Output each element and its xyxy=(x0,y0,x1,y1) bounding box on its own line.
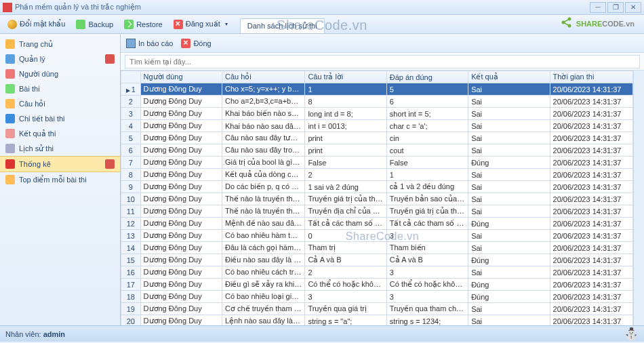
grid-cell[interactable]: Giá trị của bool là gì? bool is_in... xyxy=(222,157,304,169)
table-row[interactable]: 18Dương Đông DuyCó bao nhiêu loại giá tr… xyxy=(121,291,633,303)
grid-cell[interactable]: 20/06/2023 14:31:37 xyxy=(550,83,632,96)
grid-cell[interactable]: 20/06/2023 14:31:37 xyxy=(550,279,632,291)
grid-cell[interactable]: string s = "a"; xyxy=(305,315,386,326)
grid-cell[interactable]: Dương Đông Duy xyxy=(140,181,222,193)
window-close-button[interactable]: ✕ xyxy=(625,2,641,13)
grid-cell[interactable]: 8 xyxy=(305,96,386,108)
row-number-cell[interactable]: 10 xyxy=(121,193,141,205)
grid-cell[interactable]: Có thể có hoặc không trả lại b... xyxy=(305,279,386,291)
grid-cell[interactable]: Có bao nhiêu loại giá trị trả về... xyxy=(222,291,304,303)
grid-cell[interactable]: Dương Đông Duy xyxy=(140,83,222,96)
table-row[interactable]: 9Dương Đông DuyDo các biến p, q có kiểu … xyxy=(121,181,633,193)
grid-cell[interactable]: short int = 5; xyxy=(386,108,468,120)
grid-cell[interactable]: Sai xyxy=(468,303,550,315)
change-password-button[interactable]: Đổi mật khẩu xyxy=(3,18,70,31)
data-grid[interactable]: Người dùng Câu hỏi Câu trả lời Đáp án đú… xyxy=(121,70,633,325)
grid-cell[interactable]: Dương Đông Duy xyxy=(140,132,222,144)
grid-cell[interactable]: 0 xyxy=(305,230,386,242)
grid-cell[interactable]: Dương Đông Duy xyxy=(140,108,222,120)
grid-cell[interactable]: Tham biến xyxy=(386,242,468,254)
close-tab-button[interactable]: Đóng xyxy=(181,39,211,48)
grid-cell[interactable]: long int d = 8; xyxy=(305,108,386,120)
grid-cell[interactable]: Cho x=5; y=x++; y bằng bao nh... xyxy=(222,83,304,96)
grid-cell[interactable]: Sai xyxy=(468,205,550,218)
grid-cell[interactable]: 3 xyxy=(386,266,468,279)
grid-header-user[interactable]: Người dùng xyxy=(140,71,222,83)
grid-cell[interactable]: 3 xyxy=(305,291,386,303)
table-row[interactable]: 14Dương Đông DuyĐâu là cách gọi hàm hiệu… xyxy=(121,242,633,254)
row-number-cell[interactable]: 8 xyxy=(121,169,141,181)
table-row[interactable]: 13Dương Đông DuyCó bao nhiêu hàm tồi thi… xyxy=(121,230,633,242)
grid-header-result[interactable]: Kết quả xyxy=(468,71,550,83)
backup-button[interactable]: Backup xyxy=(71,18,118,31)
grid-cell[interactable]: Sai xyxy=(468,181,550,193)
print-report-button[interactable]: In báo cáo xyxy=(126,39,173,48)
row-number-cell[interactable]: 12 xyxy=(121,218,141,230)
row-number-cell[interactable]: 1 xyxy=(121,83,141,96)
grid-cell[interactable]: Sai xyxy=(468,120,550,132)
window-maximize-button[interactable]: ❐ xyxy=(607,2,624,13)
grid-cell[interactable]: Sai xyxy=(468,169,550,181)
grid-cell[interactable]: Tất cả các tham số của một h... xyxy=(386,218,468,230)
grid-cell[interactable]: 20/06/2023 14:31:37 xyxy=(550,157,632,169)
grid-cell[interactable]: Điều gì sẽ xảy ra khi chúng ta... xyxy=(222,279,304,291)
table-row[interactable]: 20Dương Đông DuyLệnh nào sau đây là SAI?… xyxy=(121,315,633,326)
grid-cell[interactable]: Sai xyxy=(468,144,550,157)
grid-cell[interactable]: Dương Đông Duy xyxy=(140,169,222,181)
grid-cell[interactable]: Đúng xyxy=(468,279,550,291)
grid-cell[interactable]: Khai báo biến nào sau đây là... xyxy=(222,108,304,120)
grid-cell[interactable]: Câu nào sau đây tương đương... xyxy=(222,132,304,144)
grid-cell[interactable]: 20/06/2023 14:31:37 xyxy=(550,193,632,205)
sidebar-item-top-scores[interactable]: Top điểm mỗi bài thi xyxy=(0,172,120,187)
grid-cell[interactable]: print xyxy=(305,144,386,157)
grid-cell[interactable]: Đúng xyxy=(468,218,550,230)
grid-cell[interactable]: print xyxy=(305,132,386,144)
row-number-cell[interactable]: 17 xyxy=(121,279,141,291)
row-number-cell[interactable]: 20 xyxy=(121,315,141,326)
grid-cell[interactable]: Thế nào là truyền tham trị? Ch... xyxy=(222,193,304,205)
grid-header-rownum[interactable] xyxy=(121,71,141,83)
grid-cell[interactable]: 20/06/2023 14:31:37 xyxy=(550,315,632,326)
grid-cell[interactable]: Sai xyxy=(468,96,550,108)
grid-cell[interactable]: 20/06/2023 14:31:37 xyxy=(550,242,632,254)
sidebar-item-users[interactable]: Người dùng xyxy=(0,66,120,81)
grid-cell[interactable]: Mệnh đề nào sau đây đúng? xyxy=(222,218,304,230)
grid-cell[interactable]: 3 xyxy=(386,230,468,242)
sidebar-item-exams[interactable]: Bài thi xyxy=(0,81,120,96)
grid-cell[interactable]: Kết quả của dòng code dưới đ... xyxy=(222,169,304,181)
grid-cell[interactable]: Dương Đông Duy xyxy=(140,291,222,303)
grid-cell[interactable]: Truyền giá trị của tham số vào... xyxy=(305,193,386,205)
grid-cell[interactable]: Dương Đông Duy xyxy=(140,96,222,108)
grid-cell[interactable]: 20/06/2023 14:31:37 xyxy=(550,254,632,266)
grid-cell[interactable]: Đúng xyxy=(468,254,550,266)
grid-cell[interactable]: Dương Đông Duy xyxy=(140,315,222,326)
grid-cell[interactable]: 1 xyxy=(305,83,386,96)
grid-cell[interactable]: 20/06/2023 14:31:37 xyxy=(550,303,632,315)
row-number-cell[interactable]: 15 xyxy=(121,254,141,266)
row-number-cell[interactable]: 11 xyxy=(121,205,141,218)
table-row[interactable]: 6Dương Đông DuyCâu nào sau đây trong C +… xyxy=(121,144,633,157)
grid-cell[interactable]: Truyền giá trị của tham số vào... xyxy=(386,205,468,218)
grid-cell[interactable]: 2 xyxy=(305,266,386,279)
table-row[interactable]: 5Dương Đông DuyCâu nào sau đây tương đươ… xyxy=(121,132,633,144)
grid-header-correct[interactable]: Đáp án đúng xyxy=(386,71,468,83)
grid-cell[interactable]: string s = 1234; xyxy=(386,315,468,326)
grid-cell[interactable]: Truyền qua tham chiếu xyxy=(386,303,468,315)
grid-cell[interactable]: Có thể có hoặc không trả lại b... xyxy=(386,279,468,291)
grid-cell[interactable]: Truyền địa chỉ của biến vào h... xyxy=(305,205,386,218)
sidebar-item-questions[interactable]: Câu hỏi xyxy=(0,96,120,111)
search-input[interactable] xyxy=(125,55,640,68)
sidebar-item-home[interactable]: Trang chủ xyxy=(0,37,120,52)
grid-cell[interactable]: 1 sai và 2 đúng xyxy=(305,181,386,193)
grid-cell[interactable]: 20/06/2023 14:31:37 xyxy=(550,108,632,120)
grid-cell[interactable]: Dương Đông Duy xyxy=(140,218,222,230)
grid-cell[interactable]: Đâu là cách gọi hàm hiệu quả... xyxy=(222,242,304,254)
grid-cell[interactable]: Sai xyxy=(468,132,550,144)
grid-cell[interactable]: Truyền qua giá trị xyxy=(305,303,386,315)
grid-cell[interactable]: 2 xyxy=(305,169,386,181)
grid-cell[interactable]: False xyxy=(305,157,386,169)
grid-cell[interactable]: 20/06/2023 14:31:37 xyxy=(550,291,632,303)
restore-button[interactable]: Restore xyxy=(119,18,167,31)
grid-cell[interactable]: 20/06/2023 14:31:37 xyxy=(550,96,632,108)
vertical-scrollbar[interactable] xyxy=(633,70,644,325)
